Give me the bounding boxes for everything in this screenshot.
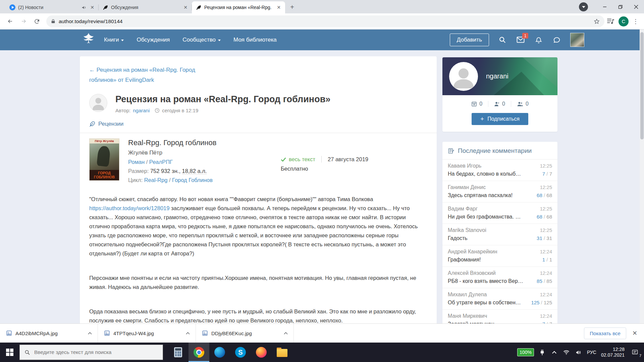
taskbar-clock[interactable]: 12:28 02.07.2021: [601, 347, 625, 358]
tab-close-icon[interactable]: ✕: [182, 4, 189, 10]
taskbar-search-input[interactable]: [34, 349, 158, 355]
taskbar-calculator-icon[interactable]: [168, 343, 189, 362]
download-filename: 4TPTqeuJ-W4.jpg: [113, 330, 180, 336]
taskbar-chrome-icon[interactable]: [189, 343, 209, 362]
nav-discussions[interactable]: Обсуждения: [137, 37, 170, 43]
user-avatar[interactable]: [570, 33, 584, 47]
breadcrumb-link[interactable]: ← Рецензия на роман «Real-Rpg. Город гоб…: [89, 65, 220, 85]
chevron-up-icon[interactable]: [183, 329, 192, 338]
tab-discussions[interactable]: Обсуждения ✕: [99, 1, 192, 13]
browser-menu-icon[interactable]: ⋮: [633, 20, 639, 22]
start-button[interactable]: [0, 343, 19, 362]
profile-name-link[interactable]: ngarani: [486, 72, 508, 80]
tab-close-icon[interactable]: ✕: [276, 4, 282, 10]
image-file-icon: [202, 330, 208, 336]
bookmark-star-icon[interactable]: [594, 18, 600, 24]
comment-item[interactable]: Marika Stanovoi12:25 Гадость31 / 31: [442, 224, 557, 245]
forward-button[interactable]: [17, 15, 30, 27]
browser-profile-avatar[interactable]: C: [619, 16, 629, 26]
tab-news[interactable]: (2) Новости ✕: [5, 1, 99, 13]
book-cover[interactable]: Пётр Жгулёв ГОРОД ГОБЛИНОВ: [89, 138, 119, 181]
author-today-logo[interactable]: [80, 31, 97, 49]
reload-button[interactable]: [31, 15, 43, 27]
cycle-link[interactable]: Real-Rpg: [144, 177, 168, 183]
download-item[interactable]: 4TPTqeuJ-W4.jpg: [98, 324, 196, 343]
profile-avatar[interactable]: [449, 62, 478, 91]
show-all-downloads-button[interactable]: Показать все: [584, 327, 626, 339]
search-icon: [24, 350, 30, 355]
review-text: "Отличный сюжет, спасибо автору. Но вот …: [89, 195, 426, 325]
comment-item[interactable]: Андрей Канарейкин12:24 Графомания!1 / 1: [442, 245, 557, 267]
media-controls-icon[interactable]: [607, 18, 614, 24]
new-tab-button[interactable]: +: [287, 2, 297, 12]
browser-toolbar: author.today/review/180144 C ⋮: [0, 13, 644, 29]
browser-updates-icon[interactable]: [579, 2, 588, 11]
comment-author: Вадим Фарг: [448, 206, 478, 212]
comment-item[interactable]: Алексей Вязовский12:24 РБ8 - кого взять …: [442, 267, 557, 288]
volume-icon[interactable]: [575, 350, 582, 355]
battery-percent-badge[interactable]: 100%: [517, 348, 534, 356]
window-close-button[interactable]: [628, 0, 644, 13]
nav-my-library[interactable]: Моя библиотека: [233, 37, 277, 43]
wifi-icon[interactable]: [563, 350, 570, 355]
download-filename: DDjyBE6EKuc.jpg: [211, 330, 278, 336]
chevron-up-icon[interactable]: [281, 329, 290, 338]
messages-icon[interactable]: 1: [516, 35, 525, 45]
close-downloads-icon[interactable]: ✕: [632, 329, 637, 337]
divider: [321, 156, 322, 163]
comment-item[interactable]: Вадим Фарг12:25 Ни дня без графоманства.…: [442, 202, 557, 224]
comment-item[interactable]: Михаил Дулепа12:24 Об утрате веры в собс…: [442, 288, 557, 310]
language-indicator[interactable]: РУС: [587, 350, 596, 355]
download-item[interactable]: A4D2ibMCRpA.jpg: [0, 324, 98, 343]
tab-close-icon[interactable]: ✕: [89, 4, 95, 10]
post-author-avatar[interactable]: [89, 94, 107, 112]
tab-audio-icon[interactable]: [82, 5, 87, 10]
cycle-link[interactable]: Город Гоблинов: [172, 177, 213, 183]
taskbar-firefox-icon[interactable]: [251, 343, 272, 362]
chevron-up-icon[interactable]: [86, 329, 94, 338]
post-author-link[interactable]: ngarani: [133, 108, 150, 113]
action-center-icon[interactable]: 7: [629, 349, 641, 356]
nav-community[interactable]: Сообщество: [182, 37, 221, 43]
genre-link[interactable]: Роман: [128, 159, 145, 165]
usb-plug-icon[interactable]: [539, 350, 546, 355]
separator: /: [145, 159, 149, 165]
nav-label: Книги: [104, 37, 119, 43]
add-button[interactable]: Добавить: [450, 34, 489, 46]
taskbar-explorer-icon[interactable]: [272, 343, 292, 362]
book-title-link[interactable]: Real-Rpg. Город гоблинов: [128, 138, 281, 147]
stat-works[interactable]: 0: [466, 101, 488, 107]
tab-review-active[interactable]: Рецензия на роман «Real-Rpg. ✕: [192, 1, 285, 13]
back-button[interactable]: [4, 15, 16, 27]
search-icon[interactable]: [498, 35, 507, 45]
comment-item[interactable]: Каваев Игорь12:25 На бедрах, словно в ко…: [442, 160, 557, 181]
subscribe-button[interactable]: + Подписаться: [472, 113, 528, 125]
comment-text: Графомания!: [448, 257, 481, 263]
taskbar-skype-icon[interactable]: S: [230, 343, 251, 362]
chat-icon[interactable]: [552, 35, 561, 45]
nav-books[interactable]: Книги: [104, 37, 124, 43]
page-scrollbar[interactable]: [640, 29, 644, 323]
separator: /: [167, 177, 172, 183]
stat-friends[interactable]: 0: [488, 101, 511, 107]
page-title: Рецензия на роман «Real-Rpg. Город гобли…: [115, 94, 330, 105]
genre-link[interactable]: РеалРПГ: [149, 159, 173, 165]
address-bar[interactable]: author.today/review/180144: [46, 15, 604, 27]
tag-label: Рецензии: [98, 121, 123, 127]
lock-icon[interactable]: [51, 19, 55, 24]
comment-time: 12:25: [540, 163, 552, 169]
notifications-bell-icon[interactable]: [534, 35, 543, 45]
window-minimize-button[interactable]: [597, 0, 612, 13]
stat-followers[interactable]: 0: [511, 101, 534, 107]
download-item[interactable]: DDjyBE6EKuc.jpg: [196, 324, 294, 343]
taskbar-search[interactable]: [19, 345, 163, 360]
scrollbar-thumb[interactable]: [640, 32, 644, 139]
work-link[interactable]: https://author.today/work/128019: [89, 205, 169, 211]
taskbar-edge-icon[interactable]: [209, 343, 230, 362]
tray-expand-icon[interactable]: [551, 350, 558, 355]
book-author-link[interactable]: Жгулёв Пётр: [128, 149, 281, 156]
window-restore-button[interactable]: [612, 0, 628, 13]
comment-item[interactable]: Ганиман Денис12:25 Здесь спрятана пасхал…: [442, 181, 557, 202]
comment-time: 12:25: [540, 206, 552, 212]
tag-reviews[interactable]: Рецензии: [89, 121, 427, 127]
